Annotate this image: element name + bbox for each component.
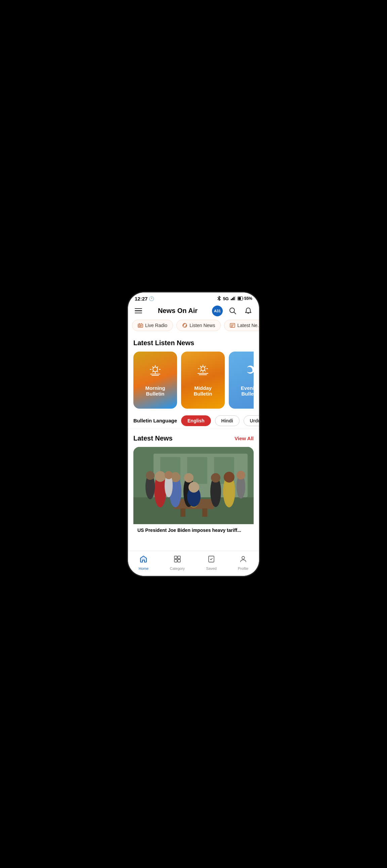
status-icons: 5G 55% <box>217 296 252 302</box>
svg-rect-53 <box>178 559 180 562</box>
svg-rect-49 <box>133 447 254 524</box>
midday-bulletin-card[interactable]: Midday Bulletin <box>181 351 225 409</box>
tab-listen-news-label: Listen News <box>189 323 215 328</box>
svg-point-12 <box>183 325 184 326</box>
nav-category-label: Category <box>170 566 185 570</box>
nav-category[interactable]: Category <box>164 554 190 572</box>
svg-point-16 <box>201 367 205 371</box>
svg-point-13 <box>186 325 187 326</box>
latest-news-section: Latest News View All <box>128 429 259 536</box>
bulletin-language-label: Bulletin Language <box>133 418 177 424</box>
morning-sun-icon <box>148 363 162 381</box>
evening-bulletin-card[interactable]: Evening Bulletin <box>229 351 254 409</box>
emoji-clock: 🕐 <box>149 296 154 301</box>
nav-home[interactable]: Home <box>133 554 154 572</box>
svg-point-55 <box>242 556 244 559</box>
svg-rect-3 <box>235 296 236 300</box>
svg-point-17 <box>252 367 253 368</box>
battery-percent: 55% <box>244 296 252 301</box>
nav-saved[interactable]: Saved <box>201 554 222 572</box>
app-title: News On Air <box>158 307 198 315</box>
status-bar: 12:27 🕐 5G <box>128 292 259 303</box>
news-image-1: ★ <box>133 447 254 524</box>
svg-point-15 <box>153 367 157 372</box>
tab-listen-news[interactable]: Listen News <box>176 320 221 331</box>
tab-scroll: Live Radio Listen News Latest Ne... <box>128 318 259 334</box>
category-icon <box>173 555 181 565</box>
midday-bulletin-label: Midday Bulletin <box>185 385 221 397</box>
phone-frame: 12:27 🕐 5G <box>128 292 259 576</box>
header-icons: A31 <box>212 306 254 316</box>
bell-button[interactable] <box>243 306 254 316</box>
svg-rect-10 <box>141 326 142 327</box>
midday-sun-icon <box>196 363 210 381</box>
bulletin-cards: Morning Bulletin Midday Bulletin <box>133 351 254 410</box>
signal-icon <box>231 296 236 301</box>
status-time: 12:27 🕐 <box>135 296 154 302</box>
phone-screen: 12:27 🕐 5G <box>128 292 259 576</box>
latest-news-title: Latest News <box>133 434 173 442</box>
bottom-nav: Home Category <box>128 551 259 576</box>
tab-latest-news-label: Latest Ne... <box>237 323 259 328</box>
tab-live-radio[interactable]: Live Radio <box>132 320 173 331</box>
network-label: 5G <box>223 296 229 301</box>
svg-rect-50 <box>174 556 177 559</box>
search-button[interactable] <box>228 306 238 316</box>
nav-profile-label: Profile <box>238 566 248 570</box>
svg-rect-1 <box>232 298 233 300</box>
battery-icon: 55% <box>238 296 252 301</box>
translate-button[interactable]: A31 <box>212 306 223 316</box>
scroll-content: Latest Listen News Morning Bulletin <box>128 334 259 551</box>
home-icon <box>140 555 147 565</box>
nav-profile[interactable]: Profile <box>233 554 254 572</box>
clock: 12:27 <box>135 296 147 302</box>
view-all-btn[interactable]: View All <box>235 435 254 441</box>
saved-icon <box>207 555 215 565</box>
language-row: Bulletin Language English Hindi Urdu <box>128 410 259 429</box>
evening-moon-icon <box>243 363 254 381</box>
menu-button[interactable] <box>133 307 144 315</box>
bluetooth-icon <box>217 296 221 302</box>
evening-bulletin-label: Evening Bulletin <box>233 385 254 397</box>
translate-label: A31 <box>214 309 221 313</box>
svg-rect-51 <box>178 556 180 559</box>
tab-latest-news[interactable]: Latest Ne... <box>224 320 259 331</box>
lang-english-btn[interactable]: English <box>181 415 211 426</box>
nav-saved-label: Saved <box>206 566 217 570</box>
morning-bulletin-label: Morning Bulletin <box>138 385 173 397</box>
svg-rect-52 <box>174 559 177 562</box>
tab-live-radio-label: Live Radio <box>145 323 167 328</box>
news-caption-1: US President Joe Biden imposes heavy tar… <box>133 524 254 536</box>
svg-rect-5 <box>238 297 241 300</box>
nav-home-label: Home <box>139 566 148 570</box>
svg-rect-0 <box>231 299 232 300</box>
svg-rect-9 <box>141 325 142 326</box>
latest-listen-section: Latest Listen News Morning Bulletin <box>128 334 259 410</box>
svg-point-8 <box>139 325 141 327</box>
morning-bulletin-card[interactable]: Morning Bulletin <box>133 351 177 409</box>
lang-urdu-btn[interactable]: Urdu <box>243 415 259 426</box>
news-card-1[interactable]: ★ <box>133 447 254 536</box>
profile-icon <box>239 555 247 565</box>
svg-rect-2 <box>234 297 235 300</box>
app-header: News On Air A31 <box>128 303 259 318</box>
news-header: Latest News View All <box>133 434 254 442</box>
lang-hindi-btn[interactable]: Hindi <box>215 415 240 426</box>
latest-listen-title: Latest Listen News <box>133 339 254 347</box>
